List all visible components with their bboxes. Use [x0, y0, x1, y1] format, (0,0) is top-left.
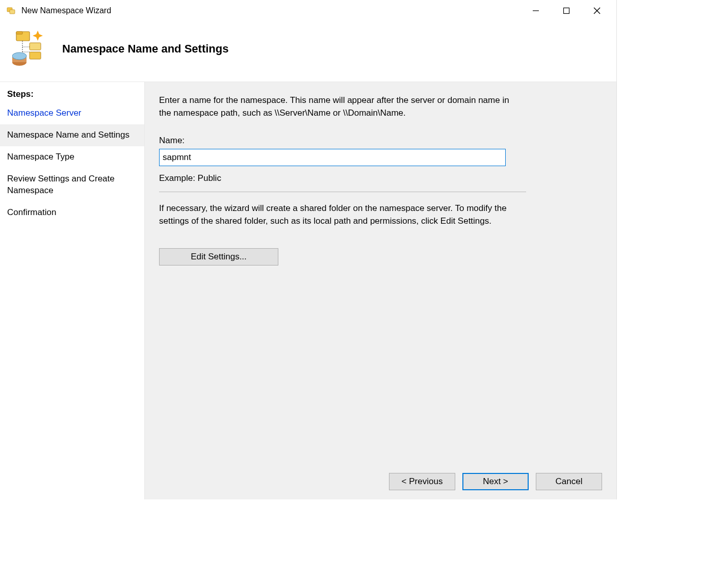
cancel-button[interactable]: Cancel	[536, 473, 602, 490]
sidebar-item-label: Namespace Type	[7, 152, 74, 162]
step-review-settings[interactable]: Review Settings and Create Namespace	[0, 168, 144, 202]
wizard-header: Namespace Name and Settings	[0, 21, 616, 82]
page-title: Namespace Name and Settings	[62, 42, 228, 56]
title-bar: New Namespace Wizard	[0, 0, 616, 21]
step-confirmation[interactable]: Confirmation	[0, 202, 144, 224]
step-namespace-type[interactable]: Namespace Type	[0, 146, 144, 168]
shared-folder-info: If necessary, the wizard will create a s…	[159, 202, 516, 227]
sidebar-item-label: Namespace Name and Settings	[7, 130, 129, 140]
svg-rect-7	[16, 32, 22, 34]
minimize-button[interactable]	[521, 1, 551, 21]
sidebar-item-label: Confirmation	[7, 207, 56, 217]
intro-text: Enter a name for the namespace. This nam…	[159, 94, 516, 119]
divider	[159, 192, 526, 192]
window-controls	[521, 1, 612, 21]
edit-settings-button[interactable]: Edit Settings...	[159, 248, 278, 266]
svg-point-16	[12, 52, 27, 60]
name-label: Name:	[159, 136, 602, 146]
next-button[interactable]: Next >	[462, 473, 529, 490]
svg-marker-8	[33, 31, 43, 41]
example-text: Example: Public	[159, 173, 602, 183]
wizard-body: Steps: Namespace Server Namespace Name a…	[0, 82, 616, 499]
wizard-window: New Namespace Wizard	[0, 0, 617, 499]
step-namespace-server[interactable]: Namespace Server	[0, 102, 144, 124]
namespace-name-input[interactable]	[159, 149, 506, 166]
svg-rect-3	[564, 8, 569, 14]
svg-rect-13	[30, 52, 41, 59]
wizard-footer: < Previous Next > Cancel	[389, 473, 602, 490]
svg-rect-1	[10, 10, 15, 14]
namespace-wizard-icon	[12, 31, 49, 67]
wizard-app-icon	[6, 6, 16, 16]
steps-sidebar: Steps: Namespace Server Namespace Name a…	[0, 82, 145, 499]
sidebar-item-label: Namespace Server	[7, 108, 82, 118]
steps-heading: Steps:	[0, 87, 144, 102]
svg-rect-12	[30, 43, 41, 50]
step-namespace-name-settings[interactable]: Namespace Name and Settings	[0, 124, 144, 146]
close-button[interactable]	[582, 1, 612, 21]
previous-button[interactable]: < Previous	[389, 473, 455, 490]
main-panel: Enter a name for the namespace. This nam…	[145, 82, 616, 499]
window-title: New Namespace Wizard	[21, 6, 521, 15]
sidebar-item-label: Review Settings and Create Namespace	[7, 174, 115, 195]
maximize-button[interactable]	[551, 1, 582, 21]
